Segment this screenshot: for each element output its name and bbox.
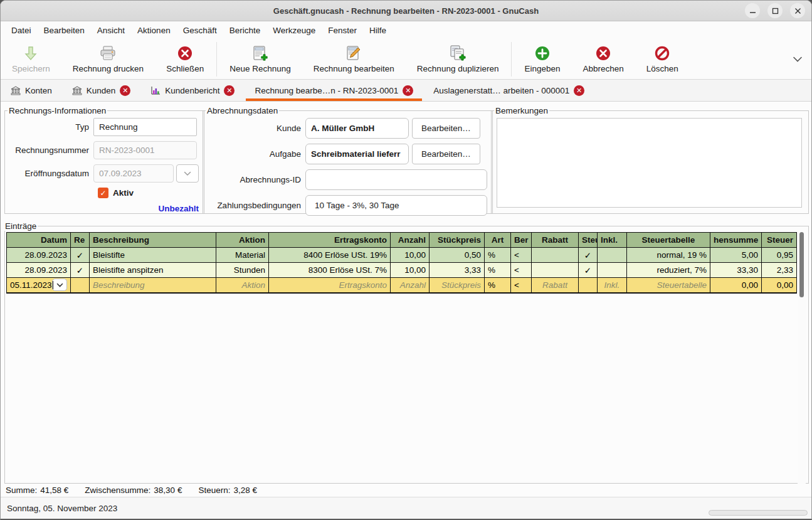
menu-hilfe[interactable]: Hilfe (364, 23, 392, 38)
col-re[interactable]: Re (71, 233, 90, 248)
customer-field[interactable]: A. Müller GmbH (305, 118, 409, 139)
cell-anzahl-placeholder[interactable]: Anzahl (391, 278, 430, 293)
enter-button[interactable]: Eingeben (513, 40, 571, 79)
edit-invoice-button[interactable]: Rechnung bearbeiten (302, 40, 406, 79)
save-button[interactable]: Speichern (1, 40, 61, 79)
scrollbar-handle[interactable] (799, 232, 804, 297)
cell-art[interactable]: % (485, 263, 511, 278)
cell-steu[interactable] (579, 278, 598, 293)
cell-re[interactable]: ✓ (71, 263, 90, 278)
type-field[interactable]: Rechnung (93, 118, 197, 136)
cell-datum[interactable]: 28.09.2023 (7, 263, 71, 278)
tab-konten[interactable]: Konten (1, 80, 62, 101)
menu-aktionen[interactable]: Aktionen (132, 23, 176, 38)
cell-anzahl[interactable]: 10,00 (391, 248, 430, 263)
active-checkbox[interactable]: ✓ (98, 188, 108, 198)
duplicate-invoice-button[interactable]: Rechnung duplizieren (406, 40, 510, 79)
menu-geschaeft[interactable]: Geschäft (177, 23, 223, 38)
cell-rabatt[interactable] (532, 248, 579, 263)
cell-ber[interactable]: < (511, 248, 532, 263)
col-datum[interactable]: Datum (7, 233, 71, 248)
cell-art[interactable]: % (485, 248, 511, 263)
entry-row[interactable]: 28.09.2023 ✓ Bleistifte anspitzen Stunde… (7, 263, 797, 278)
delete-button[interactable]: Löschen (635, 40, 690, 79)
tab-auslagenerstattung[interactable]: Auslagenerstatt… arbeiten - 000001 ✕ (423, 80, 594, 101)
cell-datum[interactable]: 28.09.2023 (7, 248, 71, 263)
cell-zwischensumme[interactable]: 5,00 (710, 248, 762, 263)
menu-datei[interactable]: Datei (6, 23, 37, 38)
cell-stueckpreis[interactable]: 3,33 (430, 263, 485, 278)
date-edit-value[interactable]: 05.11.2023 (10, 280, 52, 290)
tab-close-icon[interactable]: ✕ (403, 85, 413, 96)
tab-rechnung-bearbeiten[interactable]: Rechnung bearbe…n - RN-2023-0001 ✕ (245, 80, 423, 101)
cell-steuertabelle[interactable]: reduziert, 7% (627, 263, 710, 278)
menu-werkzeuge[interactable]: Werkzeuge (267, 23, 321, 38)
cell-zwischensumme[interactable]: 0,00 (710, 278, 762, 293)
entry-edit-row[interactable]: 05.11.2023 Beschreibung Aktion Ertragsko… (7, 278, 797, 293)
job-field[interactable]: Schreibmaterial lieferr (305, 144, 409, 164)
menu-bearbeiten[interactable]: Bearbeiten (38, 23, 90, 38)
cell-aktion[interactable]: Material (216, 248, 269, 263)
cell-beschreibung[interactable]: Bleistifte (90, 248, 216, 263)
tab-close-icon[interactable]: ✕ (120, 85, 130, 96)
job-edit-button[interactable]: Bearbeiten… (412, 144, 480, 164)
col-steuertabelle[interactable]: Steuertabelle (627, 233, 710, 248)
maximize-button[interactable] (767, 3, 783, 18)
col-rabatt[interactable]: Rabatt (532, 233, 579, 248)
col-stueckpreis[interactable]: Stückpreis (430, 233, 485, 248)
menu-berichte[interactable]: Berichte (224, 23, 266, 38)
cell-re[interactable] (71, 278, 90, 293)
cell-steuer[interactable]: 0,00 (762, 278, 797, 293)
cell-inkl[interactable] (598, 263, 627, 278)
cell-beschreibung[interactable]: Bleistifte anspitzen (90, 263, 216, 278)
toolbar-overflow-chevron[interactable] (793, 55, 803, 64)
date-edit-dropdown-button[interactable] (52, 279, 67, 291)
cell-steu[interactable]: ✓ (579, 263, 598, 278)
invoice-number-field[interactable]: RN-2023-0001 (93, 141, 197, 159)
tab-close-icon[interactable]: ✕ (574, 85, 584, 96)
billing-id-field[interactable] (305, 169, 487, 190)
cell-ertragskonto-placeholder[interactable]: Ertragskonto (269, 278, 391, 293)
tab-close-icon[interactable]: ✕ (224, 85, 235, 96)
col-zwischensumme[interactable]: hensumme (710, 233, 762, 248)
col-ber[interactable]: Ber (511, 233, 532, 248)
col-ertragskonto[interactable]: Ertragskonto (269, 233, 391, 248)
cell-beschreibung-placeholder[interactable]: Beschreibung (90, 278, 216, 293)
terms-field[interactable]: 10 Tage - 3%, 30 Tage (305, 195, 487, 216)
cell-ertragskonto[interactable]: 8400 Erlöse USt. 19% (269, 248, 391, 263)
col-art[interactable]: Art (485, 233, 511, 248)
horizontal-scrollbar[interactable] (709, 510, 808, 516)
cell-rabatt-placeholder[interactable]: Rabatt (532, 278, 579, 293)
close-page-button[interactable]: Schließen (155, 40, 215, 79)
customer-edit-button[interactable]: Bearbeiten… (412, 118, 480, 139)
notes-textarea[interactable] (497, 118, 802, 208)
col-beschreibung[interactable]: Beschreibung (90, 233, 216, 248)
print-invoice-button[interactable]: Rechnung drucken (61, 40, 155, 79)
cell-aktion[interactable]: Stunden (216, 263, 269, 278)
new-invoice-button[interactable]: Neue Rechnung (218, 40, 302, 79)
cell-steuer[interactable]: 0,95 (762, 248, 797, 263)
opening-date-field[interactable]: 07.09.2023 (93, 164, 174, 183)
close-button[interactable] (790, 3, 805, 18)
cell-ber[interactable]: < (511, 278, 532, 293)
cell-steu[interactable]: ✓ (579, 248, 598, 263)
cell-steuertabelle[interactable]: normal, 19 % (627, 248, 710, 263)
menu-ansicht[interactable]: Ansicht (92, 23, 130, 38)
cancel-button[interactable]: Abbrechen (572, 40, 635, 79)
tab-kundenbericht[interactable]: Kundenbericht ✕ (140, 80, 245, 101)
cell-inkl[interactable] (598, 248, 627, 263)
date-dropdown-button[interactable] (176, 164, 199, 183)
cell-datum-edit[interactable]: 05.11.2023 (7, 278, 71, 293)
entry-row[interactable]: 28.09.2023 ✓ Bleistifte Material 8400 Er… (7, 248, 797, 263)
cell-ertragskonto[interactable]: 8300 Erlöse USt. 7% (269, 263, 391, 278)
register-vertical-scrollbar[interactable] (798, 232, 806, 486)
tab-kunden[interactable]: Kunden ✕ (62, 80, 141, 101)
col-steu[interactable]: Steu (579, 233, 598, 248)
cell-zwischensumme[interactable]: 33,30 (710, 263, 762, 278)
col-steuer[interactable]: Steuer (762, 233, 797, 248)
cell-stueckpreis-placeholder[interactable]: Stückpreis (430, 278, 485, 293)
cell-steuertabelle-placeholder[interactable]: Steuertabelle (627, 278, 710, 293)
cell-inkl-placeholder[interactable]: Inkl. (598, 278, 627, 293)
cell-anzahl[interactable]: 10,00 (391, 263, 430, 278)
active-checkbox-row[interactable]: ✓ Aktiv (98, 188, 199, 198)
